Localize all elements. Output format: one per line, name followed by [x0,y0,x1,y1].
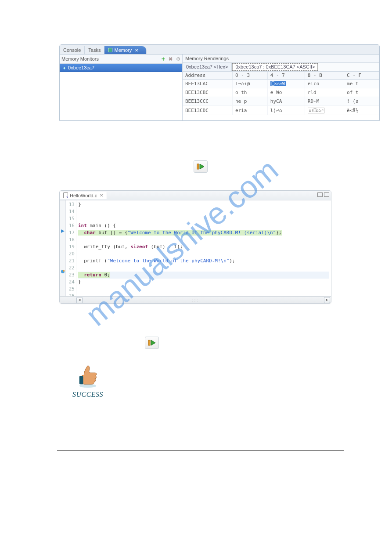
remove-monitor-icon[interactable]: ✖ [169,56,173,62]
marker-column [60,200,66,296]
editor-filename: HelloWorld.c [70,193,97,198]
minimize-icon[interactable] [317,192,323,197]
table-row[interactable]: BEE13CCC he p hyCA RD-M ! (s [183,97,379,106]
resume-button[interactable] [194,160,208,173]
code-editor-panel: HelloWorld.c ✕ 13 14 15 16 17 18 19 [59,190,331,304]
memory-table: Address 0 - 3 4 - 7 8 - B C - F BEE13CAC… [183,72,379,115]
editor-tab[interactable]: HelloWorld.c ✕ [60,192,107,199]
table-row[interactable]: BEE13CBC o th e Wo rld of t [183,88,379,97]
memory-panel-tabs: Console Tasks Memory ✕ [60,45,379,54]
memory-view-panel: Console Tasks Memory ✕ Memory Monitors +… [59,44,380,121]
svg-rect-8 [79,376,83,384]
c-file-icon [63,192,68,198]
tab-memory-label: Memory [114,47,132,53]
memory-monitor-item[interactable]: ♦ 0xbee13ca7 [60,64,182,72]
table-row[interactable]: BEE13CAC T¬⌂↑@ ⎕×⌂⌂W elco me t [183,80,379,88]
svg-marker-2 [61,229,65,233]
line-number-column: 13 14 15 16 17 18 19 20 21 22 23 24 25 2… [66,200,76,296]
col-c-f: C - F [344,72,379,80]
bottom-rule [57,450,344,451]
memory-monitors-label: Memory Monitors [61,56,99,62]
code-area[interactable]: } int main () { char buf [] = {"Welcome … [76,200,331,296]
step-over-button[interactable] [145,337,159,349]
close-icon[interactable]: ✕ [135,48,138,53]
memory-icon [108,48,112,52]
maximize-icon[interactable] [324,192,329,197]
top-rule [57,31,344,31]
memory-renderings-pane: Memory Renderings 0xbee13ca7 <Hex> 0xbee… [183,54,379,120]
current-line-marker-icon [61,229,65,233]
rendering-tab-hex[interactable]: 0xbee13ca7 <Hex> [183,63,232,71]
selected-cell: ⎕×⌂⌂W [270,81,286,86]
step-over-icon [148,339,156,346]
breakpoint-marker-icon [61,269,65,274]
rendering-tab-ascii[interactable]: 0xbee13ca7 : 0xBEE13CA7 <ASCII> [232,63,318,71]
close-icon[interactable]: ✕ [100,193,103,198]
col-address: Address [183,72,232,80]
success-label: SUCCESS [72,391,103,399]
table-row[interactable]: BEE13CDC eria l)⏎⌂ ⌂↑⎕⌂⌂⏎ è<å⅞ [183,106,379,115]
tab-console[interactable]: Console [60,46,85,54]
window-controls [317,192,329,197]
scroll-right-icon[interactable]: ► [324,297,330,303]
col-0-3: 0 - 3 [232,72,267,80]
svg-point-4 [63,270,65,272]
horizontal-scrollbar[interactable]: ◄ :::: ► [60,296,331,303]
scroll-left-icon[interactable]: ◄ [76,297,83,303]
svg-rect-5 [148,340,150,345]
bullet-icon: ♦ [63,65,65,70]
add-monitor-icon[interactable]: + [162,55,165,62]
scroll-grip-icon[interactable]: :::: [192,297,198,302]
svg-rect-0 [197,164,199,169]
svg-marker-1 [200,164,204,169]
svg-marker-6 [151,340,155,345]
col-8-b: 8 - B [305,72,344,80]
memory-monitors-pane: Memory Monitors + ✖ ⚙ ♦ 0xbee13ca7 [60,54,183,120]
resume-icon [197,163,205,170]
thumbs-up-icon [76,364,100,389]
monitor-address: 0xbee13ca7 [68,65,94,70]
memory-renderings-label: Memory Renderings [183,54,379,63]
tab-memory[interactable]: Memory ✕ [104,46,147,54]
col-4-7: 4 - 7 [267,72,305,80]
tab-tasks[interactable]: Tasks [85,46,104,54]
success-badge: SUCCESS [66,364,110,399]
configure-icon[interactable]: ⚙ [176,56,180,62]
